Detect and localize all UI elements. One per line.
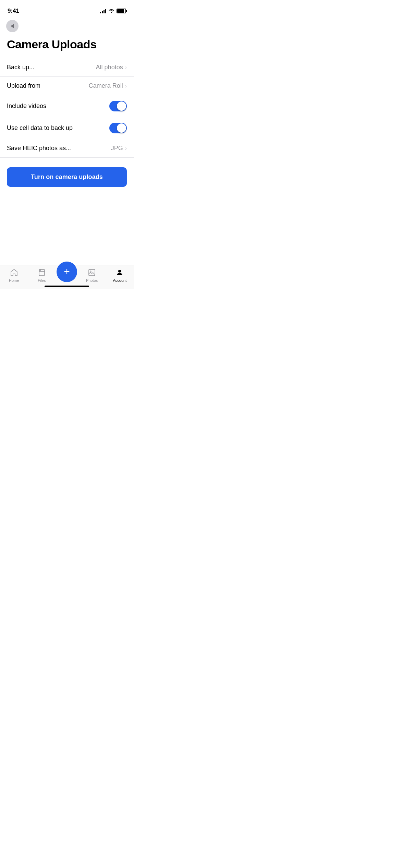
back-chevron-icon (11, 24, 14, 28)
back-up-label: Back up... (7, 64, 34, 71)
page-title: Camera Uploads (0, 35, 134, 58)
use-cell-data-toggle-knob (117, 123, 126, 133)
settings-list: Back up... All photos › Upload from Came… (0, 58, 134, 158)
signal-icon (100, 9, 106, 13)
svg-point-3 (118, 270, 121, 273)
tab-photos[interactable]: Photos (78, 268, 106, 282)
cta-section: Turn on camera uploads (0, 158, 134, 194)
home-bar (45, 286, 89, 287)
include-videos-row: Include videos (0, 95, 134, 117)
upload-from-value: Camera Roll › (89, 82, 127, 89)
photos-icon (87, 268, 96, 277)
status-time: 9:41 (8, 8, 19, 14)
include-videos-toggle[interactable] (109, 101, 127, 111)
save-heic-value-text: JPG (111, 145, 123, 152)
svg-rect-1 (89, 269, 95, 276)
tab-home-label: Home (9, 278, 19, 282)
save-heic-label: Save HEIC photos as... (7, 145, 71, 152)
tab-bar-items: Home Files + (0, 268, 134, 282)
use-cell-data-row: Use cell data to back up (0, 117, 134, 139)
status-bar: 9:41 (0, 0, 134, 17)
back-up-chevron-icon: › (125, 64, 127, 71)
wifi-icon (108, 9, 114, 13)
tab-photos-label: Photos (86, 278, 98, 282)
status-icons (100, 9, 126, 13)
include-videos-label: Include videos (7, 103, 46, 110)
tab-home[interactable]: Home (0, 268, 28, 282)
back-up-value: All photos › (96, 64, 127, 71)
use-cell-data-toggle[interactable] (109, 123, 127, 133)
tab-files[interactable]: Files (28, 268, 56, 282)
account-icon (115, 268, 124, 277)
tab-files-label: Files (38, 278, 46, 282)
files-icon (37, 268, 46, 277)
battery-icon (117, 9, 126, 13)
plus-icon: + (64, 266, 70, 277)
save-heic-chevron-icon: › (125, 145, 127, 152)
save-heic-value: JPG › (111, 145, 127, 152)
save-heic-row[interactable]: Save HEIC photos as... JPG › (0, 139, 134, 158)
upload-from-row[interactable]: Upload from Camera Roll › (0, 77, 134, 95)
add-button[interactable]: + (57, 262, 77, 282)
use-cell-data-label: Use cell data to back up (7, 124, 73, 132)
upload-from-chevron-icon: › (125, 83, 127, 89)
tab-account[interactable]: Account (106, 268, 134, 282)
tab-add[interactable]: + (56, 268, 78, 282)
home-icon (10, 268, 19, 277)
upload-from-label: Upload from (7, 82, 40, 89)
back-button[interactable] (6, 20, 19, 32)
back-up-value-text: All photos (96, 64, 123, 71)
include-videos-toggle-knob (117, 101, 126, 111)
tab-account-label: Account (113, 278, 127, 282)
svg-point-2 (90, 271, 91, 272)
turn-on-camera-uploads-button[interactable]: Turn on camera uploads (7, 167, 127, 187)
back-up-row[interactable]: Back up... All photos › (0, 58, 134, 77)
upload-from-value-text: Camera Roll (89, 82, 123, 89)
